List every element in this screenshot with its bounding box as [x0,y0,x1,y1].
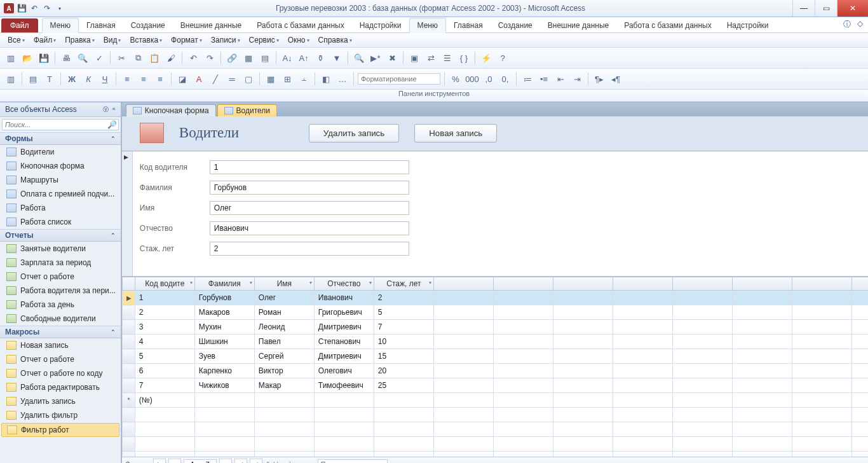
cell-empty[interactable] [314,393,374,408]
cell-empty[interactable] [851,305,868,320]
search-icon[interactable]: 🔎 [107,120,118,129]
cell-empty[interactable] [135,422,194,437]
cell-empty[interactable] [194,393,254,408]
menu-Вид[interactable]: Вид▾ [100,34,125,46]
ribbon-tab-Работа с базами данных[interactable]: Работа с базами данных [249,18,351,32]
row-selector-empty[interactable] [122,408,135,422]
nav-item[interactable]: Работа за день [0,298,121,312]
row-selector-empty[interactable] [122,422,135,437]
preview-icon[interactable]: 🔍 [76,51,90,65]
column-header-empty[interactable] [851,277,868,291]
cell-empty[interactable] [135,437,194,452]
menu-Все[interactable]: Все▾ [4,34,29,46]
autoformat-icon[interactable]: ⚡ [479,51,493,65]
cell-empty[interactable] [792,437,851,452]
cell-empty[interactable] [553,364,613,378]
bold-icon[interactable]: Ж [65,72,79,86]
column-header[interactable]: Отчество▾ [314,277,374,291]
print-icon[interactable]: 🖶 [59,51,73,65]
cell-empty[interactable] [672,408,732,422]
cell-empty[interactable] [792,452,851,457]
cell[interactable]: Олег [254,291,314,305]
cell[interactable]: Мухин [194,320,254,335]
cell-empty[interactable] [613,335,672,349]
table-icon[interactable]: ▦ [241,51,255,65]
builder-icon[interactable]: … [336,72,349,86]
new-row-selector[interactable]: * [122,393,135,408]
cell-empty[interactable] [792,422,851,437]
view-icon[interactable]: ▥ [4,72,18,86]
cell[interactable]: Макар [254,378,314,393]
undo-icon[interactable]: ↶ [29,3,39,13]
cell-empty[interactable] [493,349,553,364]
filter-indicator[interactable]: ⚱Нет фильтра [265,460,315,464]
nav-item[interactable]: Работа редактировать [0,380,121,394]
cell-empty[interactable] [493,437,553,452]
save-icon[interactable]: 💾 [17,3,27,13]
cell-empty[interactable] [613,408,672,422]
cell[interactable]: 20 [374,364,433,378]
cell-empty[interactable] [851,422,868,437]
help-icon[interactable]: ? [496,51,510,65]
cell[interactable]: (№) [135,393,194,408]
cell[interactable]: 3 [135,320,194,335]
cell[interactable]: 15 [374,349,433,364]
cell[interactable]: Чижиков [194,378,254,393]
cell-empty[interactable] [493,393,553,408]
menu-Записи[interactable]: Записи▾ [207,34,244,46]
ribbon-tab[interactable]: Внешние данные [540,18,617,32]
cell[interactable]: 5 [374,305,433,320]
ribbon-tab[interactable]: Меню [409,18,446,33]
fill-color-icon[interactable]: ◪ [175,72,189,86]
cell-empty[interactable] [613,422,672,437]
cell-empty[interactable] [254,452,314,457]
autoform-icon[interactable]: ◧ [319,72,333,86]
ribbon-tab[interactable]: Надстройки [719,18,776,32]
last-record-button[interactable]: ▸I [234,459,247,463]
cell[interactable]: 6 [135,364,194,378]
field-input[interactable] [210,221,409,235]
underline-icon[interactable]: Ч [98,72,112,86]
cell-empty[interactable] [792,408,851,422]
redo-icon[interactable]: ↷ [42,3,52,13]
column-header[interactable]: Имя▾ [254,277,314,291]
cell-empty[interactable] [553,437,613,452]
row-selector[interactable] [122,320,135,335]
cell-empty[interactable] [553,378,613,393]
new-record-button[interactable]: Новая запись [414,124,497,142]
menu-Формат[interactable]: Формат▾ [167,34,206,46]
cell-empty[interactable] [433,422,493,437]
cell-empty[interactable] [553,408,613,422]
save-icon[interactable]: 💾 [37,51,51,65]
cell-empty[interactable] [493,422,553,437]
cell-empty[interactable] [613,378,672,393]
cell-empty[interactable] [732,437,792,452]
cell-empty[interactable] [433,393,493,408]
delete-record-icon[interactable]: ✖ [385,51,399,65]
cell-empty[interactable] [194,452,254,457]
cell-empty[interactable] [194,408,254,422]
cell-empty[interactable] [433,291,493,305]
menu-Окно[interactable]: Окно▾ [284,34,313,46]
row-selector[interactable] [122,378,135,393]
select-all-corner[interactable] [122,277,135,291]
cell-empty[interactable] [433,320,493,335]
cell-empty[interactable] [613,393,672,408]
cell[interactable]: Зуев [194,349,254,364]
record-selector[interactable] [122,151,133,276]
nav-item[interactable]: Маршруты [0,173,121,187]
align-center-icon[interactable]: ≡ [137,72,151,86]
nav-item[interactable]: Новая запись [0,338,121,352]
special-effect-icon[interactable]: ▢ [241,72,255,86]
cell[interactable]: 2 [374,291,433,305]
nav-item[interactable]: Оплата с премией подчи... [0,187,121,201]
column-header-empty[interactable] [792,277,851,291]
delete-record-button[interactable]: Удалить запись [309,124,399,142]
form-icon[interactable]: ▤ [258,51,272,65]
bullets-icon[interactable]: •≡ [537,72,551,86]
cell-empty[interactable] [672,335,732,349]
column-header[interactable]: Фамилия▾ [194,277,254,291]
ribbon-tab-Меню[interactable]: Меню [42,18,79,33]
copy-icon[interactable]: ⧉ [131,51,145,65]
cell-empty[interactable] [672,393,732,408]
